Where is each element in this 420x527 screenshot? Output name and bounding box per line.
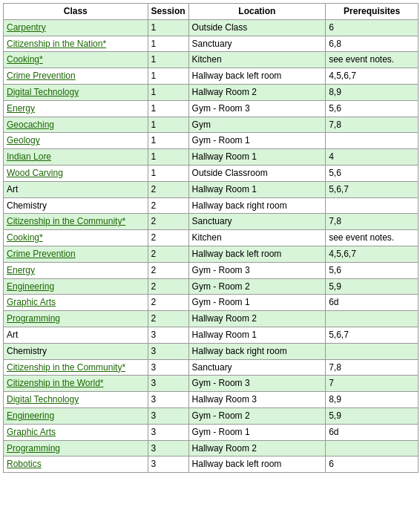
class-name[interactable]: Citizenship in the Community*: [4, 359, 148, 376]
class-name[interactable]: Citizenship in the Nation*: [4, 36, 148, 52]
header-class: Class: [4, 4, 148, 20]
class-name[interactable]: Energy: [4, 262, 148, 278]
session-number: 2: [148, 246, 188, 262]
class-name[interactable]: Cooking*: [4, 52, 148, 68]
location: Hallway Room 3: [188, 392, 326, 408]
table-row: Art3Hallway Room 15,6,7: [4, 327, 419, 343]
class-name[interactable]: Geology: [4, 133, 148, 149]
prerequisites: 5,6: [326, 262, 419, 278]
class-name[interactable]: Energy: [4, 100, 148, 117]
prerequisites: 5,9: [326, 407, 419, 424]
location: Sanctuary: [188, 359, 326, 376]
location: Gym - Room 2: [188, 278, 326, 295]
header-row: Class Session Location Prerequisites: [4, 4, 419, 20]
table-row: Energy1Gym - Room 35,6: [4, 100, 419, 117]
class-name[interactable]: Indian Lore: [4, 149, 148, 166]
table-row: Cooking*2Kitchensee event notes.: [4, 230, 419, 246]
location: Gym - Room 2: [188, 407, 326, 424]
location: Outside Class: [188, 19, 326, 36]
prerequisites: see event notes.: [326, 230, 419, 246]
class-name[interactable]: Wood Carving: [4, 165, 148, 181]
prerequisites: 5,6,7: [326, 327, 419, 343]
prerequisites: 6d: [326, 295, 419, 311]
prerequisites: 4,5,6,7: [326, 68, 419, 85]
prerequisites: 4: [326, 149, 419, 166]
table-row: Citizenship in the Nation*1Sanctuary6,8: [4, 36, 419, 52]
prerequisites: 7,8: [326, 214, 419, 230]
table-row: Digital Technology3Hallway Room 38,9: [4, 392, 419, 408]
class-name[interactable]: Graphic Arts: [4, 424, 148, 440]
table-row: Crime Prevention1Hallway back left room4…: [4, 68, 419, 85]
class-name[interactable]: Programming: [4, 311, 148, 327]
location: Kitchen: [188, 52, 326, 68]
session-number: 2: [148, 214, 188, 230]
prerequisites: 6,8: [326, 36, 419, 52]
class-name[interactable]: Crime Prevention: [4, 68, 148, 85]
location: Hallway Room 2: [188, 311, 326, 327]
session-number: 1: [148, 133, 188, 149]
class-name[interactable]: Geocaching: [4, 117, 148, 133]
session-number: 3: [148, 376, 188, 392]
prerequisites: 4,5,6,7: [326, 246, 419, 262]
class-name: Art: [4, 327, 148, 343]
session-number: 3: [148, 343, 188, 359]
table-row: Geology1Gym - Room 1: [4, 133, 419, 149]
prerequisites: [326, 133, 419, 149]
location: Hallway Room 2: [188, 84, 326, 100]
location: Sanctuary: [188, 214, 326, 230]
location: Hallway Room 1: [188, 181, 326, 197]
session-number: 1: [148, 117, 188, 133]
session-number: 2: [148, 311, 188, 327]
table-row: Engineering3Gym - Room 25,9: [4, 407, 419, 424]
prerequisites: [326, 311, 419, 327]
table-row: Robotics3Hallway back left room6: [4, 456, 419, 473]
class-name[interactable]: Graphic Arts: [4, 295, 148, 311]
header-location: Location: [188, 4, 326, 20]
schedule-table: Class Session Location Prerequisites Car…: [3, 3, 419, 473]
location: Gym - Room 1: [188, 133, 326, 149]
class-name[interactable]: Digital Technology: [4, 392, 148, 408]
location: Gym - Room 1: [188, 295, 326, 311]
class-name[interactable]: Cooking*: [4, 230, 148, 246]
class-name[interactable]: Citizenship in the Community*: [4, 214, 148, 230]
location: Hallway Room 2: [188, 440, 326, 456]
class-name[interactable]: Carpentry: [4, 19, 148, 36]
session-number: 1: [148, 36, 188, 52]
session-number: 3: [148, 407, 188, 424]
table-row: Art2Hallway Room 15,6,7: [4, 181, 419, 197]
class-name[interactable]: Crime Prevention: [4, 246, 148, 262]
session-number: 1: [148, 19, 188, 36]
prerequisites: 5,9: [326, 278, 419, 295]
table-row: Wood Carving1Outside Classroom5,6: [4, 165, 419, 181]
table-row: Geocaching1Gym7,8: [4, 117, 419, 133]
class-name[interactable]: Citizenship in the World*: [4, 376, 148, 392]
location: Hallway Room 1: [188, 149, 326, 166]
table-row: Citizenship in the Community*2Sanctuary7…: [4, 214, 419, 230]
session-number: 3: [148, 359, 188, 376]
table-row: Engineering2Gym - Room 25,9: [4, 278, 419, 295]
header-prereq: Prerequisites: [326, 4, 419, 20]
location: Hallway Room 1: [188, 327, 326, 343]
session-number: 1: [148, 165, 188, 181]
class-name[interactable]: Engineering: [4, 407, 148, 424]
class-name[interactable]: Robotics: [4, 456, 148, 473]
prerequisites: 5,6,7: [326, 181, 419, 197]
prerequisites: see event notes.: [326, 52, 419, 68]
table-row: Carpentry1Outside Class6: [4, 19, 419, 36]
location: Gym: [188, 117, 326, 133]
session-number: 3: [148, 424, 188, 440]
table-row: Citizenship in the Community*3Sanctuary7…: [4, 359, 419, 376]
class-name[interactable]: Engineering: [4, 278, 148, 295]
class-name: Chemistry: [4, 343, 148, 359]
session-number: 1: [148, 84, 188, 100]
class-name[interactable]: Programming: [4, 440, 148, 456]
session-number: 1: [148, 52, 188, 68]
table-row: Cooking*1Kitchensee event notes.: [4, 52, 419, 68]
location: Gym - Room 3: [188, 376, 326, 392]
prerequisites: [326, 343, 419, 359]
prerequisites: 7: [326, 376, 419, 392]
class-name[interactable]: Digital Technology: [4, 84, 148, 100]
location: Outside Classroom: [188, 165, 326, 181]
session-number: 1: [148, 68, 188, 85]
session-number: 3: [148, 456, 188, 473]
